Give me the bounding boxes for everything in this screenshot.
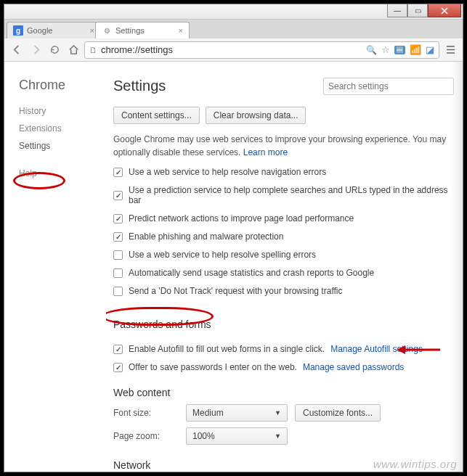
font-size-select[interactable]: Medium▼ [186,404,288,422]
privacy-check-row: Use a prediction service to help complet… [113,185,458,205]
section-webcontent-title: Web content [113,387,458,398]
url-input[interactable] [101,44,362,55]
sidebar-brand: Chrome [19,78,106,93]
scrollbar[interactable] [452,62,463,472]
privacy-check-label: Enable phishing and malware protection [129,231,283,242]
page-zoom-label: Page zoom: [113,431,179,441]
tab-settings[interactable]: ⚙ Settings × [95,22,190,38]
privacy-check-label: Use a web service to help resolve spelli… [129,250,316,260]
privacy-description: Google Chrome may use web services to im… [113,133,458,159]
privacy-check-row: Use a web service to help resolve naviga… [113,167,458,177]
maximize-button[interactable]: ▭ [407,4,428,17]
tab-strip: g Google × ⚙ Settings × [4,20,463,38]
privacy-check-row: Predict network actions to improve page … [113,213,458,223]
customize-fonts-button[interactable]: Customize fonts... [295,404,381,422]
gear-icon: ⚙ [102,25,112,36]
search-settings-input[interactable] [323,78,454,95]
forward-button[interactable] [28,42,44,58]
privacy-checkbox[interactable] [113,214,123,223]
privacy-checkbox[interactable] [113,168,123,177]
tab-google[interactable]: g Google × [7,22,101,38]
settings-sidebar: Chrome History Extensions Settings Help [4,62,106,472]
privacy-check-label: Automatically send usage statistics and … [129,268,374,278]
tab-close-icon[interactable]: × [179,26,183,35]
privacy-checkbox[interactable] [113,232,123,242]
save-passwords-checkbox[interactable] [113,363,123,372]
privacy-check-label: Send a 'Do Not Track' request with your … [129,286,343,296]
privacy-checkbox[interactable] [113,250,123,260]
search-icon[interactable]: 🔍 [366,45,377,55]
privacy-check-row: Use a web service to help resolve spelli… [113,250,458,260]
watermark: www.wintips.org [373,458,457,470]
minimize-button[interactable]: — [387,4,407,17]
page-title: Settings [113,78,166,94]
privacy-check-row: Send a 'Do Not Track' request with your … [113,286,458,296]
home-button[interactable] [65,42,81,58]
privacy-check-row: Automatically send usage statistics and … [113,268,458,278]
privacy-check-label: Predict network actions to improve page … [129,213,354,223]
sidebar-item-settings[interactable]: Settings [19,141,106,151]
privacy-check-list: Use a web service to help resolve naviga… [113,167,458,296]
extension-translate-icon[interactable]: 🔤 [394,46,405,54]
rss-icon[interactable]: 📶 [410,44,421,55]
privacy-checkbox[interactable] [113,268,123,278]
content-settings-button[interactable]: Content settings... [113,107,200,124]
close-button[interactable] [428,4,461,17]
manage-saved-passwords-link[interactable]: Manage saved passwords [303,362,404,372]
extension-icon[interactable]: ◪ [426,44,434,55]
sidebar-item-extensions[interactable]: Extensions [19,123,106,134]
back-button[interactable] [9,42,25,58]
autofill-checkbox[interactable] [113,345,123,354]
window-titlebar: — ▭ [4,4,463,20]
reload-button[interactable] [46,42,62,58]
privacy-check-label: Use a prediction service to help complet… [129,185,458,205]
privacy-check-row: Enable phishing and malware protection [113,231,458,242]
page-icon: 🗋 [89,46,97,54]
learn-more-link[interactable]: Learn more [243,147,288,157]
clear-browsing-data-button[interactable]: Clear browsing data... [206,107,306,124]
address-bar[interactable]: 🗋 🔍 ☆ 🔤 📶 ◪ [84,41,439,59]
search-settings-field[interactable] [328,81,449,91]
page-zoom-select[interactable]: 100%▼ [186,427,288,445]
manage-autofill-link[interactable]: Manage Autofill settings [330,344,423,354]
autofill-label: Enable Autofill to fill out web forms in… [129,344,325,354]
star-icon[interactable]: ☆ [381,44,390,55]
sidebar-item-help[interactable]: Help [19,168,106,178]
tab-label: Google [27,26,52,35]
google-favicon: g [13,25,23,36]
sidebar-item-history[interactable]: History [19,106,106,116]
tab-label: Settings [115,26,145,35]
section-passwords-title: Passwords and forms [113,319,211,330]
chrome-menu-button[interactable] [442,42,458,58]
settings-main: Settings Content settings... Clear brows… [106,62,463,472]
font-size-label: Font size: [113,408,179,418]
save-passwords-label: Offer to save passwords I enter on the w… [129,362,297,372]
privacy-check-label: Use a web service to help resolve naviga… [129,167,326,177]
tab-close-icon[interactable]: × [90,26,94,35]
browser-toolbar: 🗋 🔍 ☆ 🔤 📶 ◪ [4,38,463,62]
privacy-checkbox[interactable] [113,191,123,200]
privacy-checkbox[interactable] [113,287,123,296]
